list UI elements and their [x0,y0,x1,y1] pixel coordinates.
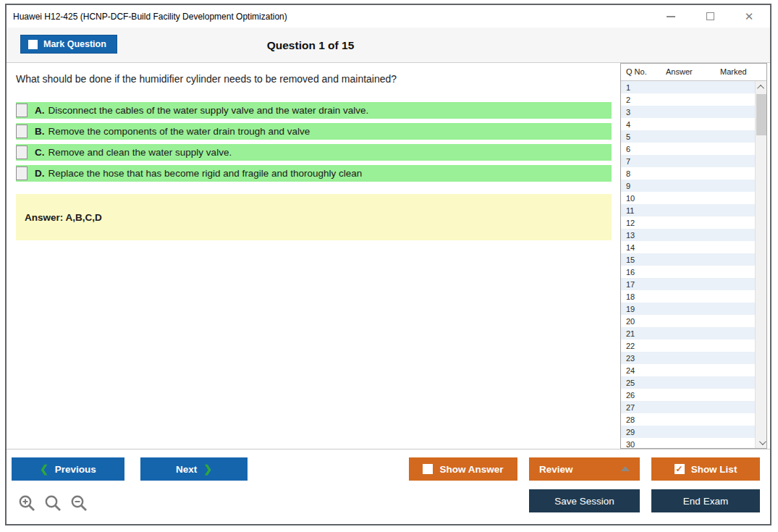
option-row[interactable]: B. Remove the components of the water dr… [16,123,612,140]
qlist-row[interactable]: 5 [621,130,755,143]
qlist-scrollbar[interactable] [755,81,766,448]
qlist-row[interactable]: 14 [621,241,755,253]
option-row[interactable]: D. Replace the hose that has become rigi… [16,165,612,182]
qlist-row[interactable]: 13 [621,229,755,241]
option-row[interactable]: A. Disconnect the cables of the water su… [16,102,612,119]
qlist-row[interactable]: 29 [621,426,755,438]
qlist-row[interactable]: 16 [621,266,755,278]
show-answer-button[interactable]: Show Answer [409,457,517,481]
answer-box: Answer: A,B,C,D [16,194,612,240]
zoom-in-button[interactable] [18,494,37,513]
qlist-row[interactable]: 2 [621,93,755,106]
window-title: Huawei H12-425 (HCNP-DCF-Build Facility … [7,12,666,22]
option-checkbox[interactable] [16,104,28,117]
qlist-row-number: 6 [626,145,630,153]
qlist-row-number: 9 [626,182,630,190]
maximize-button[interactable] [705,12,715,22]
option-row[interactable]: C. Remove and clean the water supply val… [16,144,612,161]
question-list-panel: Q No. Answer Marked 1 2 [620,63,767,449]
qlist-row[interactable]: 25 [621,376,755,389]
qlist-row-number: 26 [626,391,635,400]
qlist-row[interactable]: 4 [621,118,755,130]
save-session-button[interactable]: Save Session [529,489,640,512]
qlist-row-number: 18 [626,292,635,301]
qlist-row-number: 1 [626,83,630,92]
qlist-row[interactable]: 27 [621,401,755,413]
qlist-row[interactable]: 30 [621,438,755,448]
qlist-row-number: 10 [626,194,635,203]
qlist-row-number: 11 [626,206,634,215]
end-exam-label: End Exam [683,496,728,507]
question-header-bar: Mark Question Question 1 of 15 [7,28,770,63]
qlist-row[interactable]: 28 [621,413,755,426]
qlist-row[interactable]: 19 [621,303,755,315]
qlist-row-number: 4 [626,120,630,129]
question-list-header: Q No. Answer Marked [621,64,766,81]
qlist-row[interactable]: 22 [621,339,755,352]
chevron-right-icon: ❯ [203,463,212,475]
scroll-down-icon [758,438,766,445]
qlist-row-number: 22 [626,342,635,350]
qlist-row-number: 23 [626,354,635,363]
qlist-row-number: 13 [626,231,635,240]
qlist-row[interactable]: 21 [621,327,755,339]
minimize-icon [667,16,675,17]
chevron-left-icon: ❮ [40,463,48,475]
qlist-row-number: 28 [626,415,635,424]
option-checkbox[interactable] [16,145,28,159]
show-answer-label: Show Answer [439,464,503,475]
scroll-up-button[interactable] [756,81,766,93]
qlist-row-number: 8 [626,169,630,178]
qlist-row[interactable]: 10 [621,192,755,204]
qlist-row-number: 5 [626,132,630,141]
qlist-row[interactable]: 1 [621,81,755,93]
end-exam-button[interactable]: End Exam [651,489,760,512]
previous-button[interactable]: ❮ Previous [12,457,124,481]
show-list-label: Show List [691,464,737,475]
qlist-row[interactable]: 17 [621,278,755,290]
qlist-row[interactable]: 7 [621,155,755,167]
show-list-button[interactable]: ✓ Show List [651,457,760,481]
next-button[interactable]: Next ❯ [140,457,248,481]
qlist-row-number: 27 [626,403,635,412]
zoom-out-button[interactable] [70,494,89,513]
show-list-checkbox[interactable]: ✓ [675,464,685,474]
option-checkbox[interactable] [16,124,28,138]
zoom-reset-icon [44,494,63,513]
qlist-row-number: 29 [626,428,635,436]
question-list-body: 1 2 3 4 [621,81,766,448]
qlist-row[interactable]: 6 [621,143,755,155]
qlist-row[interactable]: 8 [621,167,755,180]
scroll-thumb[interactable] [756,94,766,135]
main-area: What should be done if the humidifier cy… [7,63,770,449]
qlist-row[interactable]: 15 [621,253,755,266]
scroll-down-button[interactable] [756,436,766,448]
qlist-row[interactable]: 11 [621,204,755,216]
qlist-row-number: 15 [626,256,635,264]
qlist-row-number: 2 [626,96,630,104]
review-button[interactable]: Review [529,457,640,481]
qlist-row[interactable]: 23 [621,352,755,364]
zoom-in-icon [18,494,37,513]
option-letter: B. [35,126,45,137]
option-checkbox[interactable] [16,166,28,180]
qlist-row-number: 16 [626,268,635,276]
minimize-button[interactable] [666,12,676,22]
qlist-row[interactable]: 26 [621,389,755,401]
title-bar: Huawei H12-425 (HCNP-DCF-Build Facility … [7,5,770,28]
dropdown-up-icon [621,466,630,471]
qlist-row[interactable]: 18 [621,290,755,303]
show-answer-checkbox[interactable] [423,464,433,474]
option-letter: D. [35,168,45,179]
close-button[interactable]: ✕ [744,12,754,22]
qlist-row[interactable]: 3 [621,106,755,118]
next-label: Next [176,464,197,475]
zoom-reset-button[interactable] [44,494,63,513]
option-text: Replace the hose that has become rigid a… [48,168,363,179]
qlist-row[interactable]: 12 [621,216,755,229]
qlist-row[interactable]: 9 [621,180,755,192]
qlist-row-number: 14 [626,243,635,252]
review-label: Review [539,464,573,475]
qlist-row[interactable]: 20 [621,315,755,327]
qlist-row[interactable]: 24 [621,364,755,376]
